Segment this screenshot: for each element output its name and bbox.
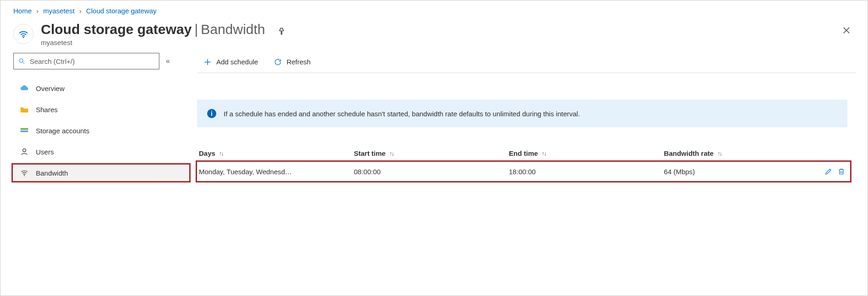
breadcrumb-home[interactable]: Home [13, 7, 32, 15]
svg-point-6 [24, 175, 25, 176]
sidebar-item-label: Overview [36, 85, 65, 92]
cell-bandwidth-rate: 64 (Mbps) [664, 168, 812, 176]
add-schedule-label: Add schedule [216, 58, 258, 66]
close-icon [842, 26, 851, 35]
sort-icon: ↑↓ [219, 150, 223, 157]
info-text: If a schedule has ended and another sche… [224, 110, 580, 118]
svg-point-5 [23, 149, 26, 152]
sidebar-item-bandwidth[interactable]: Bandwidth [11, 163, 191, 182]
svg-rect-4 [21, 131, 28, 132]
column-start-time[interactable]: Start time ↑↓ [354, 149, 509, 157]
title-section: Bandwidth [201, 21, 265, 38]
refresh-label: Refresh [287, 58, 311, 66]
sidebar-item-users[interactable]: Users [11, 142, 191, 161]
chevron-right-icon: › [79, 7, 81, 15]
page-title: Cloud storage gateway | Bandwidth [41, 21, 265, 38]
breadcrumb-resource[interactable]: myasetest [43, 7, 74, 15]
refresh-button[interactable]: Refresh [267, 54, 317, 70]
cell-start-time: 08:00:00 [354, 168, 509, 176]
storage-icon [19, 127, 29, 134]
column-end-time[interactable]: End time ↑↓ [509, 149, 664, 157]
svg-point-0 [23, 37, 24, 38]
person-icon [19, 148, 29, 156]
pin-button[interactable] [274, 24, 289, 39]
add-schedule-button[interactable]: Add schedule [197, 54, 265, 70]
sidebar-item-label: Users [36, 148, 54, 156]
pencil-icon [824, 167, 833, 176]
content: Add schedule Refresh i If a schedule has… [191, 51, 857, 286]
row-actions [812, 167, 848, 176]
plus-icon [203, 58, 212, 66]
table-row[interactable]: Monday, Tuesday, Wednesd… 08:00:00 18:00… [197, 162, 850, 181]
page-header: Cloud storage gateway | Bandwidth myaset… [0, 19, 868, 51]
column-days[interactable]: Days ↑↓ [199, 149, 354, 157]
wifi-icon [18, 28, 29, 40]
refresh-icon [274, 58, 282, 66]
cell-end-time: 18:00:00 [509, 168, 664, 176]
cell-days: Monday, Tuesday, Wednesd… [199, 168, 354, 176]
info-banner: i If a schedule has ended and another sc… [197, 100, 847, 127]
toolbar: Add schedule Refresh [197, 51, 857, 73]
title-main: Cloud storage gateway [41, 21, 192, 38]
search-icon [18, 57, 25, 65]
table-header: Days ↑↓ Start time ↑↓ End time ↑↓ Bandwi… [197, 146, 850, 162]
sidebar: « Overview Shares Storage accounts Users [11, 51, 191, 286]
resource-icon [13, 24, 34, 44]
search-input[interactable] [29, 57, 154, 66]
close-button[interactable] [838, 22, 855, 39]
edit-button[interactable] [824, 167, 833, 176]
sidebar-item-label: Shares [36, 106, 58, 114]
sort-icon: ↑↓ [541, 150, 546, 157]
search-box[interactable] [13, 53, 159, 69]
breadcrumb-current[interactable]: Cloud storage gateway [86, 7, 156, 15]
sort-icon: ↑↓ [389, 150, 394, 157]
sidebar-item-overview[interactable]: Overview [11, 79, 191, 98]
delete-button[interactable] [837, 167, 845, 176]
cloud-icon [19, 85, 29, 92]
sidebar-item-storage-accounts[interactable]: Storage accounts [11, 121, 191, 140]
sidebar-item-label: Storage accounts [36, 127, 90, 135]
schedule-table: Days ↑↓ Start time ↑↓ End time ↑↓ Bandwi… [197, 146, 850, 181]
sort-icon: ↑↓ [717, 150, 721, 157]
page-subtitle: myasetest [41, 39, 265, 46]
folder-icon [19, 106, 29, 113]
svg-point-1 [19, 59, 23, 63]
chevron-right-icon: › [36, 7, 39, 15]
sidebar-item-label: Bandwidth [36, 169, 68, 177]
breadcrumb: Home › myasetest › Cloud storage gateway [0, 0, 868, 19]
wifi-icon [19, 169, 29, 177]
sidebar-item-shares[interactable]: Shares [11, 100, 191, 119]
trash-icon [837, 167, 845, 176]
svg-line-2 [23, 62, 24, 64]
info-icon: i [207, 109, 216, 118]
collapse-sidebar-button[interactable]: « [166, 57, 170, 65]
svg-rect-3 [21, 128, 28, 130]
column-bandwidth-rate[interactable]: Bandwidth rate ↑↓ [664, 149, 812, 157]
pin-icon [277, 27, 286, 36]
